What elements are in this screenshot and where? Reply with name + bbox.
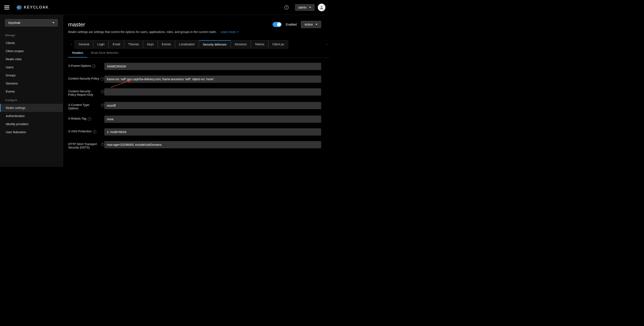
subtab-headers[interactable]: Headers [68,48,87,57]
sidebar-item-client-scopes[interactable]: Client scopes [0,47,63,55]
help-icon[interactable]: ? [101,104,104,107]
input-hsts[interactable] [104,141,321,148]
sidebar-item-events[interactable]: Events [0,87,63,95]
realm-selector[interactable]: Keycloak [5,19,58,26]
tab-client-policies[interactable]: Client po [268,40,288,48]
sidebar-item-identity-providers[interactable]: Identity providers [0,120,63,128]
tab-events[interactable]: Events [158,40,175,48]
input-x-content-type[interactable] [104,102,321,109]
field-csp: Content-Security-Policy? [68,75,321,83]
input-x-frame-options[interactable] [104,63,321,70]
learn-more-link[interactable]: Learn more↗ [220,30,239,34]
subtab-brute-force[interactable]: Brute force detection [87,48,122,57]
sidebar-item-users[interactable]: Users [0,63,63,71]
action-label: Action [304,23,313,26]
tab-login[interactable]: Login [93,40,108,48]
tab-security-defenses[interactable]: Security defenses [199,40,231,48]
external-link-icon: ↗ [236,30,239,34]
sidebar-item-realm-settings[interactable]: Realm settings [0,104,63,112]
avatar[interactable] [318,3,326,11]
help-icon[interactable]: ? [88,117,91,121]
main-content: master Enabled Action Realm settings are… [63,15,330,167]
sidebar-section-manage: Manage [0,31,63,39]
brand-logo[interactable]: KEYCLOAK [16,4,49,11]
page-description: Realm settings are settings that control… [68,30,330,34]
tab-localization[interactable]: Localization [175,40,199,48]
sidebar-item-user-federation[interactable]: User federation [0,128,63,136]
sidebar: Keycloak Manage Clients Client scopes Re… [0,15,63,167]
field-x-frame-options: X-Frame-Options? [68,63,321,70]
tab-tokens[interactable]: Tokens [251,40,268,48]
tab-email[interactable]: Email [108,40,124,48]
user-name: admin [298,6,306,9]
enabled-toggle[interactable] [272,22,282,27]
tab-scroll-left[interactable]: ‹ [68,40,74,48]
chevron-down-icon [52,22,54,23]
avatar-icon [319,5,324,10]
svg-point-3 [321,6,322,7]
sidebar-item-sessions[interactable]: Sessions [0,79,63,87]
page-title: master [68,21,85,28]
field-hsts: HTTP Strict Transport Security (HSTS)? [68,141,321,149]
brand-text: KEYCLOAK [24,5,49,9]
tab-general[interactable]: General [74,40,93,48]
realm-selector-value: Keycloak [8,21,20,24]
tabs-row: ‹ General Login Email Themes Keys Events… [68,40,330,48]
tab-scroll-right[interactable]: › [323,40,330,48]
chevron-down-icon [316,24,318,25]
hamburger-icon[interactable] [4,5,9,9]
action-button[interactable]: Action [301,21,321,28]
tabs: General Login Email Themes Keys Events L… [74,40,323,48]
topbar: KEYCLOAK ? admin [0,0,330,15]
help-icon[interactable]: ? [93,130,96,133]
subtabs: Headers Brute force detection [68,48,330,58]
input-x-robots-tag[interactable] [104,116,321,123]
tab-sessions[interactable]: Sessions [231,40,251,48]
user-menu[interactable]: admin [295,4,314,11]
input-csp[interactable] [104,75,321,83]
input-x-xss-protection[interactable] [104,128,321,136]
tab-keys[interactable]: Keys [143,40,158,48]
headers-form: X-Frame-Options? Content-Security-Policy… [68,58,330,149]
help-icon[interactable]: ? [92,64,96,68]
field-x-content-type: X-Content-Type-Options? [68,102,321,110]
help-icon[interactable]: ? [101,143,104,146]
sidebar-item-authentication[interactable]: Authentication [0,112,63,120]
sidebar-section-configure: Configure [0,95,63,104]
sidebar-item-realm-roles[interactable]: Realm roles [0,55,63,63]
keycloak-logo-icon [16,4,22,11]
sidebar-item-groups[interactable]: Groups [0,71,63,79]
input-csp-report-only[interactable] [104,88,321,95]
help-icon[interactable]: ? [284,5,288,9]
tab-themes[interactable]: Themes [124,40,143,48]
chevron-down-icon [309,7,311,8]
sidebar-item-clients[interactable]: Clients [0,39,63,47]
field-csp-report-only: Content-Security-Policy-Report-Only? [68,88,321,96]
help-icon[interactable]: ? [100,77,104,81]
help-icon[interactable]: ? [101,90,104,93]
enabled-label: Enabled [286,23,297,26]
field-x-xss-protection: X-XSS-Protection? [68,128,321,136]
field-x-robots-tag: X-Robots-Tag? [68,116,321,123]
